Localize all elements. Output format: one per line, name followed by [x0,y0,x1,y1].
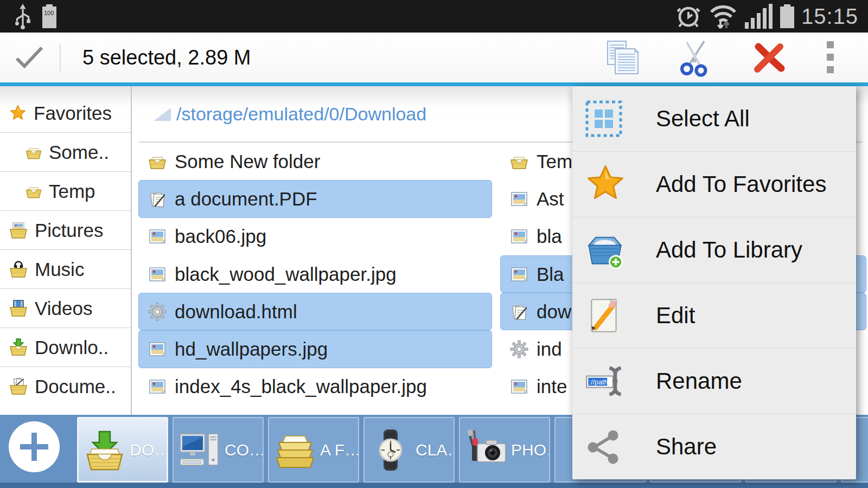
folder-icon [509,152,529,171]
menu-item-share[interactable]: Share [572,414,856,479]
menu-item-label: Rename [656,368,742,394]
folder-stack-icon [273,428,317,472]
sidebar-item-videos[interactable]: Videos [0,288,131,328]
path-triangle-icon [154,106,171,121]
alarm-icon [675,3,701,29]
select-all-icon [584,99,633,138]
file-row[interactable]: Some New folder [138,143,492,180]
menu-item-rename[interactable]: Rename [572,348,856,414]
tab-label: A F… [320,441,358,459]
battery-icon [780,4,795,28]
star-icon [9,104,27,123]
tab-photo[interactable]: PHO… [459,417,550,483]
action-bar: 5 selected, 2.89 M [0,33,868,82]
image-icon [509,377,529,396]
status-bar: 15:15 [0,0,868,33]
sidebar-item-documents[interactable]: Docume.. [0,367,131,406]
document-icon [148,189,167,209]
file-name: Ast [537,188,564,210]
file-name: Tem [537,151,572,172]
file-name: ind [537,338,562,360]
screen: 15:15 5 selected, 2.89 M [0,0,868,488]
sidebar-item-favorites[interactable]: Favorites [0,94,131,132]
menu-item-add-to-library[interactable]: Add To Library [572,217,856,282]
overflow-dots-icon [827,40,834,75]
clock-text: 15:15 [801,4,858,29]
folder-icon [148,152,167,171]
folder-icon [25,144,42,161]
file-name: index_4s_black_wallpaper.jpg [175,376,427,397]
scissors-icon [676,38,715,77]
sidebar-label: Music [35,259,84,280]
tab-bar-bottom-strip [0,483,868,488]
sidebar-label: Some.. [49,142,109,163]
sidebar-item-pictures[interactable]: Pictures [0,210,131,249]
file-name: bla [537,226,562,247]
share-icon [584,427,633,466]
library-add-icon [584,229,633,271]
file-name: a document.PDF [175,188,317,210]
sidebar-item-downloads[interactable]: Downlo.. [0,328,131,367]
watch-icon [369,428,412,472]
sidebar-label: Videos [35,298,92,319]
sidebar-item-music[interactable]: Music [0,249,131,288]
menu-item-label: Share [656,434,717,460]
file-name: hd_wallpapers.jpg [175,338,328,360]
file-row[interactable]: black_wood_wallpaper.jpg [138,255,492,293]
edit-pencil-icon [584,296,633,336]
menu-item-add-to-favorites[interactable]: Add To Favorites [572,151,856,217]
image-icon [509,227,529,246]
tab-label: CLA… [416,441,454,459]
file-name: Some New folder [175,151,320,172]
menu-item-edit[interactable]: Edit [572,282,856,348]
folder-icon [25,183,42,200]
gear-icon [148,302,167,322]
delete-button[interactable] [732,33,806,82]
downloads-tray-icon [83,428,126,472]
documents-folder-icon [9,377,28,396]
sidebar-label: Temp [49,181,95,202]
plus-icon [17,429,52,464]
wifi-icon [708,2,738,30]
file-name: inte [537,376,567,397]
delete-x-icon [752,40,787,75]
tab-label: DO… [130,441,167,459]
sidebar-item-some[interactable]: Some.. [0,132,131,171]
computer-icon [178,428,221,472]
document-icon [509,302,529,322]
usb-icon [12,3,34,30]
tab-classic[interactable]: CLA… [363,417,455,483]
accent-divider-line [0,82,868,86]
menu-item-select-all[interactable]: Select All [572,86,856,151]
cut-button[interactable] [659,33,732,82]
sidebar-item-temp[interactable]: Temp [0,171,131,210]
action-bar-divider [60,43,61,72]
tab-computer[interactable]: CO… [173,417,264,483]
videos-folder-icon [9,299,28,318]
rename-cursor-icon [584,361,633,402]
tab-downloads[interactable]: DO… [77,417,168,483]
file-name: Bla [537,264,564,285]
checkmark-icon [12,44,47,70]
file-row-selected[interactable]: a document.PDF [138,180,492,217]
selection-check-button[interactable] [0,44,60,70]
tab-a-folder[interactable]: A F… [268,417,359,483]
image-icon [509,265,529,284]
overflow-menu-button[interactable] [806,33,855,82]
add-tab-button[interactable] [9,421,60,472]
file-row-selected[interactable]: hd_wallpapers.jpg [138,330,492,368]
file-row[interactable]: index_4s_black_wallpaper.jpg [138,368,492,406]
file-row-selected[interactable]: download.html [138,293,492,330]
music-folder-icon [9,260,28,279]
image-icon [509,189,529,209]
file-row[interactable]: back06.jpg [138,218,492,255]
sidebar-label: Pictures [35,220,103,241]
file-name: back06.jpg [175,226,266,247]
selection-status-text: 5 selected, 2.89 M [82,46,251,69]
signal-icon [745,4,773,29]
copy-icon [604,40,639,75]
copy-button[interactable] [585,33,659,82]
menu-item-label: Add To Favorites [656,171,826,197]
pictures-folder-icon [9,221,28,240]
image-icon [148,265,167,284]
